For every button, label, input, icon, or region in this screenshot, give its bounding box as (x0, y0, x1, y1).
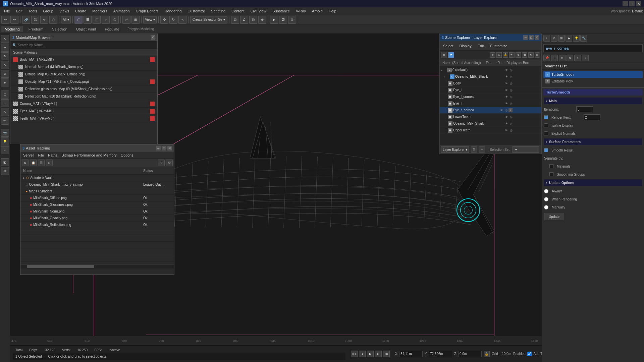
se-icon-btn-4[interactable]: 👁 (509, 52, 515, 58)
ts-main-section[interactable]: ▸ Main (544, 98, 642, 104)
ts-update-section[interactable]: ▸ Update Options (544, 179, 642, 186)
timeline[interactable]: 475 540 610 680 750 815 880 945 1010 108… (10, 336, 542, 345)
mat-item-body[interactable]: Body_MAT ( VRayMtl ) (10, 56, 157, 63)
rp-display-panel[interactable]: 💡 (573, 35, 580, 42)
nurbs-tool[interactable]: 〜 (1, 117, 9, 125)
layer-item-eye-l[interactable]: ▣ Eye_l 👁 ◎ (440, 87, 541, 94)
x-input[interactable] (399, 351, 423, 357)
select-name-button[interactable]: ☰ (84, 16, 92, 24)
mat-item-eyes[interactable]: Eyes_MAT ( VRayMtl ) (10, 108, 157, 115)
view-dropdown[interactable]: View ▾ (143, 16, 157, 23)
ts-isoline-check[interactable] (544, 123, 548, 127)
at-minimize[interactable]: ─ (156, 146, 161, 150)
rp-motion-panel[interactable]: ▶ (566, 35, 572, 42)
ts-smooth-result-check[interactable] (544, 148, 548, 152)
layer-item-oceanic[interactable]: ▸ L Oceanic_Milk_Shark 👁 ◎ (440, 73, 541, 80)
menu-graph-editors[interactable]: Graph Editors (133, 8, 161, 14)
menu-arnold[interactable]: Arnold (309, 8, 325, 14)
search-input[interactable] (18, 43, 155, 47)
scale-button[interactable]: ⤡ (178, 16, 186, 24)
camera-tool[interactable]: 📷 (1, 129, 9, 137)
layer-item-upper-teeth[interactable]: ▣ UpperTeeth 👁 ◎ (440, 127, 541, 134)
mat-item-diffuse[interactable]: Diffuse: Map #3 (MilkShark_Diffuse.png) (10, 71, 157, 78)
rp-modifier-btn1[interactable]: ☰ (551, 55, 558, 61)
mat-browser-controls[interactable]: ✕ (151, 35, 155, 40)
at-menu-paths[interactable]: Paths (47, 153, 59, 157)
redo-button[interactable]: ↪ (10, 16, 18, 24)
rotate-button[interactable]: ↻ (169, 16, 177, 24)
rp-object-name[interactable]: Eye_r_cornea (543, 44, 643, 52)
se-icon-btn-6[interactable]: ☰ (522, 52, 527, 58)
menu-civil-view[interactable]: Civil View (248, 8, 269, 14)
mat-item-cornea[interactable]: Cornea_MAT ( VRayMtl ) (10, 100, 157, 108)
at-menu-bitmap[interactable]: Bitmap Performance and Memory (60, 153, 118, 157)
enabled-check[interactable] (527, 352, 532, 356)
percent-snap-button[interactable]: % (249, 16, 257, 24)
select-tool[interactable]: ↖ (1, 35, 9, 43)
se-tab-edit[interactable]: Edit (476, 43, 486, 49)
ts-always-radio[interactable] (544, 189, 548, 193)
mat-browser-close[interactable]: ✕ (151, 35, 155, 40)
spinner-snap-button[interactable]: ⊕ (258, 16, 266, 24)
snap-toggle-button[interactable]: ⊡ (231, 16, 239, 24)
se-controls[interactable]: ─ □ ✕ (523, 35, 539, 40)
menu-edit[interactable]: Edit (13, 8, 25, 14)
se-icon-btn-2[interactable]: ⊟ (496, 52, 502, 58)
unbind-button[interactable]: ◌ (49, 16, 57, 24)
angle-snap-button[interactable]: ∡ (240, 16, 248, 24)
at-row-maps[interactable]: ▸ Maps / Shaders (20, 188, 174, 195)
at-help[interactable]: ? (158, 160, 165, 166)
layer-item-eye-r[interactable]: ▣ Eye_r 👁 ◎ (440, 100, 541, 107)
rp-modifier-turbosmoooth[interactable]: T TurboSmooth (543, 71, 643, 78)
render-setup-button[interactable]: ⚙ (288, 16, 296, 24)
select-object-button[interactable]: ▢ (74, 16, 83, 24)
se-tab-customize[interactable]: Customize (488, 43, 509, 49)
ts-manually-radio[interactable] (544, 205, 548, 209)
unlink-button[interactable]: ⛓ (31, 16, 39, 24)
se-minimize[interactable]: ─ (523, 35, 528, 40)
menu-create[interactable]: Create (72, 8, 89, 14)
anim-prev-frame[interactable]: ◂ (359, 351, 366, 357)
at-btn3[interactable]: ☰ (38, 160, 45, 166)
menu-substance[interactable]: Substance (270, 8, 292, 14)
se-close[interactable]: ✕ (535, 35, 539, 40)
se-icon-btn-3[interactable]: 🔒 (503, 52, 508, 58)
layer-item-body[interactable]: ▣ Body 👁 ◎ (440, 80, 541, 87)
ts-materials-check[interactable] (549, 164, 553, 168)
at-close[interactable]: ✕ (167, 146, 172, 150)
maximize-button[interactable]: □ (629, 1, 635, 6)
layer-item-oceanic-2[interactable]: ▣ Oceanic_Milk_Shark 👁 ◎ (440, 120, 541, 127)
se-add-btn[interactable]: + (479, 146, 485, 153)
render-button[interactable]: ▶ (270, 16, 278, 24)
menu-file[interactable]: File (1, 8, 13, 14)
ts-smoothing-groups-check[interactable] (549, 172, 553, 176)
asset-tracking-controls[interactable]: ─ □ ✕ (156, 146, 172, 150)
tab-selection[interactable]: Selection (49, 26, 70, 32)
helper-tool[interactable]: ✦ (1, 146, 9, 154)
at-btn4[interactable]: ⊞ (46, 160, 53, 166)
ts-update-button[interactable]: Update (544, 213, 564, 220)
menu-views[interactable]: Views (57, 8, 72, 14)
at-menu-server[interactable]: Server (22, 153, 35, 157)
se-layer-dropdown[interactable]: Layer Explorer ▾ (441, 146, 469, 153)
mat-item-normal[interactable]: Normal: Map #4 (MilkShark_Norm.png) (10, 63, 157, 71)
place-tool[interactable]: ⊕ (1, 70, 9, 78)
environment-tool[interactable]: ⊚ (1, 167, 9, 175)
close-button[interactable]: ✕ (636, 1, 641, 6)
minimize-button[interactable]: ─ (623, 1, 628, 6)
render-frame-button[interactable]: 🖼 (279, 16, 287, 24)
se-filter-active[interactable]: ⚑ (448, 52, 454, 58)
scale-tool[interactable]: ⤡ (1, 61, 9, 69)
at-row-opacity[interactable]: ■ MilkShark_Opacity.png Ok (20, 215, 174, 222)
se-settings-btn[interactable]: ⚙ (471, 146, 477, 153)
rp-modifier-btn2[interactable]: ⊕ (559, 55, 566, 61)
se-maximize[interactable]: □ (529, 35, 534, 40)
menu-tools[interactable]: Tools (26, 8, 40, 14)
align-button[interactable]: ⊞ (131, 16, 140, 24)
y-input[interactable] (429, 351, 452, 357)
menu-modifiers[interactable]: Modifiers (90, 8, 110, 14)
menu-scripting[interactable]: Scripting (208, 8, 228, 14)
rp-modifier-btn3[interactable]: ✕ (567, 55, 573, 61)
anim-go-end[interactable]: ⏭ (383, 351, 390, 357)
mirror-button[interactable]: ⇌ (122, 16, 130, 24)
